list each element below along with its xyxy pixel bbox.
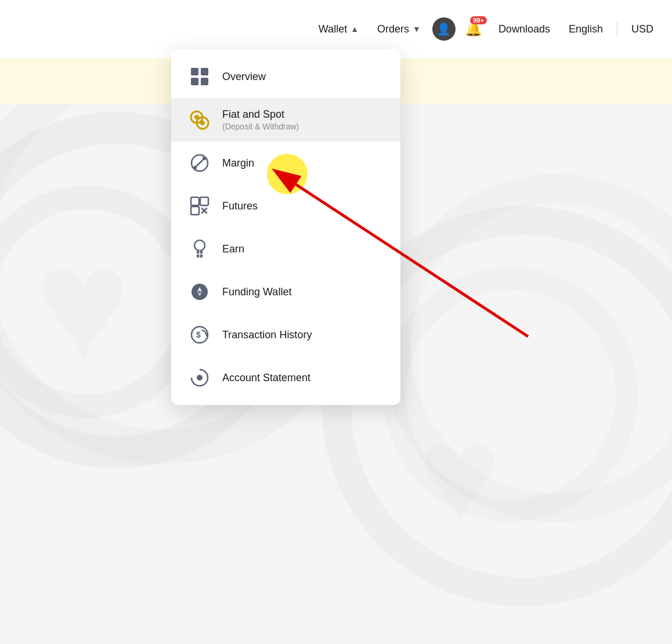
svg-text:♥: ♥ (35, 215, 131, 395)
funding-wallet-text: Funding Wallet (222, 286, 291, 298)
fiat-spot-sublabel: (Deposit & Withdraw) (222, 122, 299, 131)
account-statement-icon (189, 367, 211, 389)
language-nav-item[interactable]: English (562, 19, 610, 40)
svg-point-27 (192, 284, 208, 300)
wallet-chevron-up-icon: ▲ (351, 24, 359, 34)
fiat-spot-icon (189, 109, 211, 131)
svg-rect-7 (201, 68, 208, 75)
orders-nav-item[interactable]: Orders ▼ (370, 19, 428, 40)
svg-rect-6 (191, 68, 198, 75)
svg-rect-19 (200, 197, 208, 205)
account-statement-text: Account Statement (222, 372, 310, 384)
menu-item-account-statement[interactable]: Account Statement (171, 356, 400, 399)
menu-item-transaction-history[interactable]: $ Transaction History (171, 313, 400, 356)
account-statement-label: Account Statement (222, 372, 310, 384)
transaction-history-icon: $ (189, 324, 211, 346)
margin-icon (189, 152, 211, 174)
overview-text: Overview (222, 71, 266, 83)
wallet-dropdown-menu: Overview Fiat and Spot (Deposit & Withdr… (171, 49, 400, 405)
earn-icon (189, 238, 211, 260)
svg-point-13 (200, 121, 205, 125)
overview-label: Overview (222, 71, 266, 83)
svg-text:♥: ♥ (418, 398, 501, 552)
svg-rect-20 (191, 207, 199, 215)
svg-point-33 (197, 375, 203, 381)
margin-label: Margin (222, 157, 254, 169)
svg-line-15 (195, 158, 204, 168)
svg-point-16 (193, 166, 197, 169)
orders-label: Orders (377, 23, 409, 35)
downloads-label: Downloads (498, 23, 550, 35)
wallet-label: Wallet (319, 23, 347, 35)
language-label: English (569, 23, 603, 35)
menu-item-margin[interactable]: Margin (171, 142, 400, 184)
svg-text:$: $ (196, 330, 201, 339)
svg-rect-18 (191, 197, 199, 205)
overview-icon (189, 66, 211, 88)
futures-label: Futures (222, 200, 258, 212)
currency-label: USD (631, 23, 653, 35)
funding-wallet-label: Funding Wallet (222, 286, 291, 298)
menu-item-futures[interactable]: Futures (171, 184, 400, 227)
notification-bell-wrapper[interactable]: 🔔 99+ (460, 16, 487, 42)
wallet-nav-item[interactable]: Wallet ▲ (312, 19, 366, 40)
menu-item-overview[interactable]: Overview (171, 55, 400, 98)
nav-items: Wallet ▲ Orders ▼ 👤 🔔 99+ Downloads Engl… (312, 16, 660, 42)
fiat-spot-text: Fiat and Spot (Deposit & Withdraw) (222, 108, 299, 131)
futures-icon (189, 195, 211, 217)
menu-item-funding-wallet[interactable]: Funding Wallet (171, 270, 400, 313)
downloads-nav-item[interactable]: Downloads (492, 19, 557, 40)
svg-rect-9 (201, 78, 208, 85)
funding-wallet-icon (189, 281, 211, 303)
svg-point-12 (194, 115, 199, 120)
earn-label: Earn (222, 243, 244, 255)
svg-point-3 (395, 278, 627, 511)
menu-item-earn[interactable]: Earn (171, 227, 400, 270)
notification-badge: 99+ (470, 16, 487, 24)
svg-point-1 (0, 197, 192, 406)
svg-rect-8 (191, 78, 198, 85)
menu-item-fiat-spot[interactable]: Fiat and Spot (Deposit & Withdraw) (171, 98, 400, 142)
orders-chevron-down-icon: ▼ (413, 24, 421, 34)
fiat-spot-label: Fiat and Spot (222, 108, 299, 121)
currency-nav-item[interactable]: USD (624, 19, 660, 40)
user-avatar[interactable]: 👤 (432, 17, 456, 41)
transaction-history-text: Transaction History (222, 329, 312, 341)
futures-text: Futures (222, 200, 258, 212)
nav-separator (617, 22, 617, 36)
svg-point-23 (194, 240, 205, 251)
transaction-history-label: Transaction History (222, 329, 312, 341)
margin-text: Margin (222, 157, 254, 169)
avatar-icon: 👤 (436, 22, 451, 36)
earn-text: Earn (222, 243, 244, 255)
svg-point-17 (203, 157, 206, 160)
